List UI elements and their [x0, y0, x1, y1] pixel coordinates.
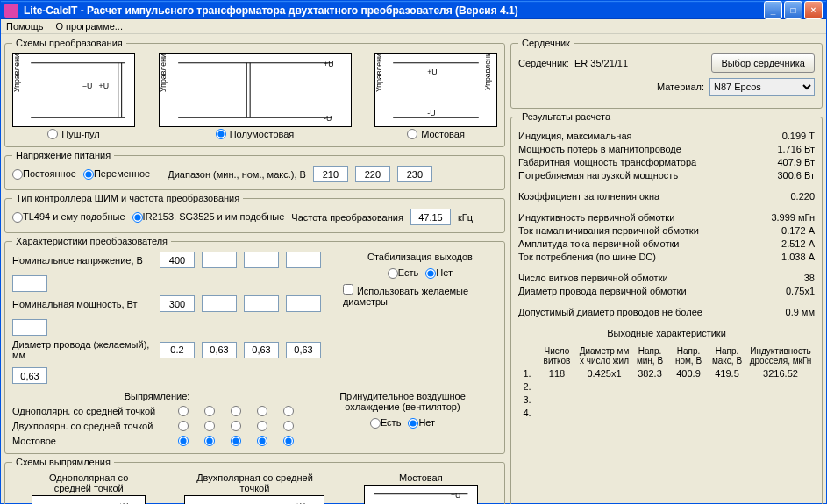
controller-legend: Тип контроллера ШИМ и частота преобразов…	[12, 193, 243, 203]
svg-text:+U: +U	[451, 491, 460, 500]
supply-group: Напряжение питания Постоянное Переменное…	[4, 150, 505, 190]
fan-yes-radio[interactable]: Есть	[370, 417, 401, 429]
svg-text:+U: +U	[427, 67, 437, 76]
rect2-c3-radio[interactable]	[231, 421, 241, 431]
core-group: Сердечник Сердечник: ER 35/21/11 Выбор с…	[510, 38, 823, 109]
window-title: Lite-CalcIT - Расчет импульсного трансфо…	[24, 4, 518, 17]
wire-label: Диаметр провода (желаемый), мм	[12, 339, 153, 360]
rect-s3-image: +UGND	[364, 485, 478, 504]
rect3-c2-radio[interactable]	[204, 436, 215, 446]
svg-text:Управление: Управление	[160, 54, 168, 92]
rect3-c3-radio[interactable]	[231, 436, 241, 446]
rect-s3-label: Мостовая	[364, 472, 478, 483]
voltage-4-field[interactable]	[286, 252, 321, 268]
core-legend: Сердечник	[518, 38, 574, 48]
rect3-c4-radio[interactable]	[257, 436, 267, 446]
power-1-field[interactable]	[160, 295, 195, 312]
out-title: Выходные характеристики	[518, 328, 815, 338]
power-2-field[interactable]	[202, 295, 237, 312]
rect-label: Выпрямление:	[12, 391, 302, 401]
svg-text:-U: -U	[427, 109, 435, 117]
maximize-button[interactable]: □	[784, 1, 802, 19]
rect-schemes-legend: Схемы выпрямления	[12, 457, 114, 467]
power-5-field[interactable]	[12, 319, 47, 336]
wire-1-field[interactable]	[160, 342, 195, 358]
out-row-2: 2.	[518, 381, 815, 392]
results-legend: Результаты расчета	[518, 111, 614, 122]
ctrl-freq-unit: кГц	[458, 212, 473, 223]
core-material-select[interactable]: N87 Epcos	[709, 78, 815, 96]
scheme-bridge-radio[interactable]: Мостовая	[407, 129, 465, 139]
supply-vnom-field[interactable]	[355, 166, 390, 182]
core-name-label: Сердечник:	[518, 58, 569, 68]
wire-2-field[interactable]	[202, 342, 237, 358]
out-row-1: 1.1180.425x1382.3400.9419.53216.52	[518, 368, 815, 379]
titlebar[interactable]: Lite-CalcIT - Расчет импульсного трансфо…	[1, 1, 826, 19]
rect3-c1-radio[interactable]	[178, 436, 189, 446]
results-list: Индукция, максимальная0.199 Т Мощность п…	[518, 131, 815, 418]
power-label: Номинальная мощность, Вт	[12, 299, 153, 309]
voltage-3-field[interactable]	[244, 252, 279, 268]
converter-group: Характеристики преобразователя Номинальн…	[4, 236, 505, 454]
menu-help[interactable]: Помощь	[6, 21, 44, 32]
wire-3-field[interactable]	[244, 342, 279, 358]
rect3-c5-radio[interactable]	[283, 436, 294, 446]
rect2-c1-radio[interactable]	[178, 421, 189, 431]
rect1-c2-radio[interactable]	[204, 406, 215, 416]
rect1-c1-radio[interactable]	[178, 406, 189, 416]
voltage-label: Номинальное напряжение, В	[12, 255, 153, 266]
rect3-label: Мостовое	[12, 436, 170, 446]
ctrl-ir2153-radio[interactable]: IR2153, SG3525 и им подобные	[132, 211, 285, 223]
results-group: Результаты расчета Индукция, максимальна…	[510, 111, 823, 504]
supply-var-radio[interactable]: Переменное	[83, 168, 150, 180]
minimize-button[interactable]: _	[764, 1, 782, 19]
voltage-1-field[interactable]	[160, 252, 195, 268]
ctrl-tl494-radio[interactable]: TL494 и ему подобные	[12, 211, 125, 223]
fan-no-radio[interactable]: Нет	[408, 417, 435, 429]
rect1-c4-radio[interactable]	[257, 406, 267, 416]
rect-s2-image: +UGND-U	[184, 495, 324, 504]
rect-s1-image: +UGND	[32, 495, 146, 504]
rect2-c2-radio[interactable]	[204, 421, 215, 431]
supply-legend: Напряжение питания	[12, 150, 114, 160]
scheme-pushpull-radio[interactable]: Пуш-пул	[47, 129, 100, 139]
select-core-button[interactable]: Выбор сердечника	[711, 53, 815, 73]
scheme-halfbridge-image: Управление+U-U	[159, 53, 352, 127]
use-desired-check[interactable]: Использовать желаемые диаметры	[343, 284, 497, 307]
core-name-value: ER 35/21/11	[574, 58, 706, 68]
svg-text:Управление: Управление	[375, 54, 383, 92]
rect1-label: Однополярн. со средней точкой	[12, 406, 170, 416]
converter-schemes-legend: Схемы преобразования	[12, 38, 126, 48]
stab-yes-radio[interactable]: Есть	[388, 267, 418, 279]
rect2-c5-radio[interactable]	[283, 421, 294, 431]
rect2-c4-radio[interactable]	[257, 421, 267, 431]
menubar: Помощь О программе...	[1, 19, 826, 34]
wire-4-field[interactable]	[286, 342, 321, 358]
supply-const-radio[interactable]: Постоянное	[12, 168, 76, 180]
close-button[interactable]: ×	[804, 1, 823, 19]
out-headers: Число витков Диаметр мм х число жил Напр…	[518, 346, 815, 366]
rect1-c3-radio[interactable]	[231, 406, 241, 416]
power-3-field[interactable]	[244, 295, 279, 312]
app-icon	[4, 4, 18, 18]
ctrl-freq-field[interactable]	[410, 209, 451, 225]
supply-vmax-field[interactable]	[397, 166, 432, 182]
core-material-label: Материал:	[657, 82, 704, 92]
rect1-c5-radio[interactable]	[283, 406, 294, 416]
stab-label: Стабилизация выходов	[343, 252, 497, 262]
svg-text:-U: -U	[324, 114, 332, 123]
voltage-5-field[interactable]	[12, 275, 47, 292]
scheme-halfbridge-radio[interactable]: Полумостовая	[216, 129, 295, 139]
controller-group: Тип контроллера ШИМ и частота преобразов…	[4, 193, 505, 233]
svg-text:−U   +U: −U +U	[82, 82, 109, 90]
voltage-2-field[interactable]	[202, 252, 237, 268]
supply-vmin-field[interactable]	[313, 166, 348, 182]
stab-no-radio[interactable]: Нет	[425, 267, 453, 279]
out-row-4: 4.	[518, 408, 815, 418]
app-window: Lite-CalcIT - Расчет импульсного трансфо…	[0, 0, 827, 504]
svg-text:Управление: Управление	[483, 54, 492, 90]
menu-about[interactable]: О программе...	[56, 21, 123, 32]
wire-5-field[interactable]	[12, 367, 47, 384]
rect-s2-label: Двухполярная со средней точкой	[184, 472, 324, 493]
power-4-field[interactable]	[286, 295, 321, 312]
